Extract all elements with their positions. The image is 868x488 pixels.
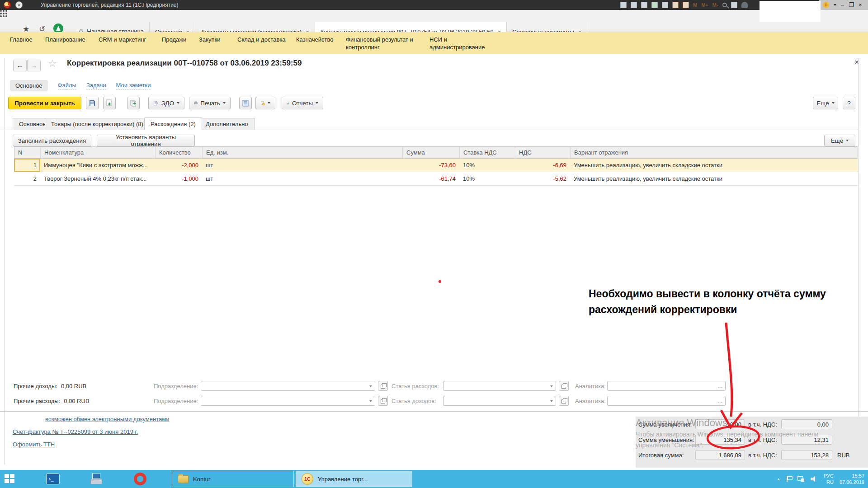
zoom-icon[interactable] [722,3,727,7]
income-item-open-button[interactable] [559,396,569,406]
onec-logo-icon: 1С [4,1,11,9]
chevron-down-icon [846,140,849,141]
minimize-button[interactable]: – [841,0,844,9]
increase-vat-value: 0,00 [781,419,832,429]
post-and-close-button[interactable]: Провести и закрыть [8,97,81,109]
nav-tasks[interactable]: Задачи [86,82,106,89]
menu-nsi[interactable]: НСИ и администрирование [429,36,488,51]
analytics-input[interactable]: ... [607,396,726,406]
edo-exchange-link[interactable]: возможен обмен электронными документами [45,416,169,422]
language-indicator[interactable]: РУС RU [824,473,834,485]
close-window-button[interactable]: × [859,0,862,9]
save-icon[interactable] [620,2,627,8]
forward-button[interactable]: → [27,60,41,71]
invoice-link[interactable]: Счет-фактура № Т--0225099 от 3 июня 2019… [13,428,138,435]
doc-history-button[interactable] [255,97,275,109]
post-document-button[interactable] [103,97,116,109]
favorite-star-icon[interactable]: ☆ [48,58,57,70]
restore-button[interactable]: ❐ [849,0,854,9]
chevron-down-icon[interactable] [834,4,836,6]
tab-additional[interactable]: Дополнительно [199,118,255,130]
nav-notes[interactable]: Мои заметки [116,82,151,89]
tab-goods[interactable]: Товары (после корректировки) (8) [45,118,150,130]
calendar-icon[interactable] [683,2,689,8]
edo-button[interactable]: ЭДО [148,97,184,109]
document-structure-button[interactable] [239,97,252,109]
floppy-icon [89,99,96,107]
help-button[interactable]: ? [843,97,855,109]
page-title: Корректировка реализации 00Т--010758 от … [67,59,302,68]
table-row[interactable]: 1 Иммуноцея "Киви с экстратом можж... -2… [14,159,858,172]
taskbar-button-kontur[interactable]: Kontur [172,471,294,487]
print-preview-icon[interactable] [641,2,647,8]
table-more-button[interactable]: Еще [824,135,855,146]
menu-planirovanie[interactable]: Планирование [45,36,85,43]
chevron-down-icon [223,102,226,104]
ttn-link[interactable]: Оформить ТТН [13,441,55,448]
print-button[interactable]: Печать [189,97,231,109]
page-setup-icon[interactable] [662,2,668,8]
edo-icon [153,100,158,107]
department-input[interactable] [201,396,375,406]
powershell-icon[interactable]: ›_ [46,474,60,484]
doc-nav-links: Основное Файлы Задачи Мои заметки [10,80,151,91]
calculator-icon[interactable] [672,2,679,8]
user-icon[interactable] [741,2,748,8]
action-center-flag-icon[interactable] [786,476,792,482]
taskbar-button-1c[interactable]: 1С Управление торг... [296,471,412,487]
nav-main[interactable]: Основное [10,80,48,91]
ellipsis-button[interactable]: ... [717,382,722,389]
tab-discrepancies[interactable]: Расхождения (2) [144,117,202,130]
set-reflection-variants-button[interactable]: Установить варианты отражения [97,135,195,146]
department-input[interactable] [201,381,375,391]
menu-zakupki[interactable]: Закупки [199,36,220,43]
menu-kaznacheystvo[interactable]: Казначейство [296,36,333,43]
titlebar-toolbar: M M+ M- [620,1,748,9]
network-icon[interactable] [797,476,805,482]
menu-prodazhi[interactable]: Продажи [162,36,186,43]
memory-minus-icon[interactable]: M- [712,2,718,8]
menu-grid-icon[interactable] [0,10,8,17]
menu-glavnoe[interactable]: Главное [10,36,33,43]
analytics-input[interactable]: ... [607,381,726,391]
main-menu-button[interactable] [15,1,23,9]
expense-item-input[interactable] [443,381,556,391]
menu-finrezultat[interactable]: Финансовый результат и контроллинг [346,36,416,51]
report-chart-icon [287,100,289,107]
copy-button[interactable] [127,97,140,109]
department-open-button[interactable] [378,396,388,406]
save-button[interactable] [86,97,99,109]
server-manager-icon[interactable] [90,473,103,485]
opera-icon[interactable] [134,473,146,485]
table-row[interactable]: 2 Творог Зерненый 4% 0,23кг п/п стак... … [14,172,858,186]
income-item-input[interactable] [443,396,556,406]
columns-icon[interactable] [731,2,737,8]
nav-files[interactable]: Файлы [58,82,76,89]
ellipsis-button[interactable]: ... [717,397,722,404]
form-more-button[interactable]: Еще [813,97,838,109]
clock[interactable]: 15:57 07.06.2019 [840,473,864,485]
fill-discrepancies-button[interactable]: Заполнить расхождения [13,135,91,146]
memory-recall-icon[interactable]: M [693,2,697,8]
reports-button[interactable]: Отчеты [282,97,323,109]
taskbar: ›_ Kontur 1С Управление торг... ▲ РУС RU… [0,470,868,488]
expense-item-open-button[interactable] [559,381,569,391]
memory-plus-icon[interactable]: M+ [701,2,708,8]
department-open-button[interactable] [378,381,388,391]
chevron-down-icon [177,102,179,104]
window-title: Управление торговлей, редакция 11 (1С:Пр… [41,2,179,8]
currency-label: RUB [837,450,849,460]
menu-crm[interactable]: CRM и маркетинг [99,36,146,43]
department-label: Подразделение: [154,381,198,391]
volume-icon[interactable] [811,476,818,482]
send-icon[interactable] [651,2,658,8]
divider [0,411,868,412]
info-icon[interactable]: i [823,2,829,8]
copy-doc-icon [130,99,137,107]
close-form-icon[interactable]: × [854,58,859,67]
print-icon[interactable] [631,2,637,8]
start-button[interactable] [5,474,15,484]
tray-expand-icon[interactable]: ▲ [777,477,780,481]
menu-sklad[interactable]: Склад и доставка [237,36,286,43]
back-button[interactable]: ← [13,60,27,71]
